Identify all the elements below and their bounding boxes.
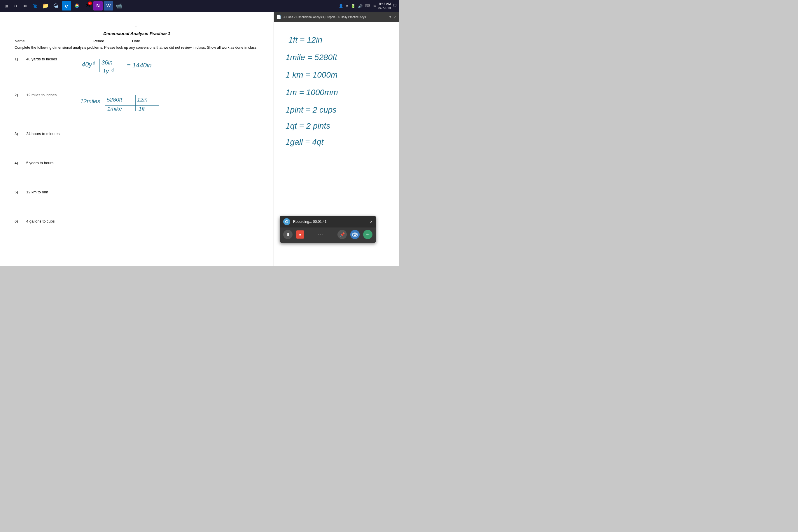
more-options-button[interactable]: ··· xyxy=(308,232,334,236)
taskbar: ⊞ ○ ⧉ 🛍 📁 🌤 e ✉ 46 N W 📹 👤 ∨ 🔋 � xyxy=(0,0,399,12)
recording-controls: ⏸ ■ ··· 📌 ✏ xyxy=(280,228,376,243)
svg-rect-27 xyxy=(286,221,288,223)
onenote-icon[interactable]: N xyxy=(93,1,103,11)
document-title: Dimensional Analysis Practice 1 xyxy=(15,31,259,36)
weather-icon[interactable]: 🌤 xyxy=(51,1,61,11)
notification-icon[interactable]: 🗨 xyxy=(393,3,397,8)
word-icon[interactable]: W xyxy=(104,1,113,11)
svg-text:1qt = 2 pints: 1qt = 2 pints xyxy=(286,121,330,130)
svg-text:1y: 1y xyxy=(103,68,109,74)
date-label: Date xyxy=(132,39,140,43)
problem-2-text: 12 miles to inches xyxy=(26,92,73,97)
svg-text:1ft = 12in: 1ft = 12in xyxy=(288,35,322,44)
problem-4-text: 5 years to hours xyxy=(26,160,73,165)
svg-text:d: d xyxy=(93,60,95,65)
problem-5: 5) 12 km to mm xyxy=(15,189,259,207)
search-button[interactable]: ○ xyxy=(12,2,20,10)
windows-start-button[interactable]: ⊞ xyxy=(2,2,11,10)
problem-2-work: 12miles 5280ft 1mike 12in 1f xyxy=(73,92,259,119)
problem-3: 3) 24 hours to minutes xyxy=(15,131,259,149)
problem-5-num: 5) xyxy=(15,189,26,194)
battery-icon: 🔋 xyxy=(351,4,356,8)
period-label: Period xyxy=(93,39,104,43)
problem-6-num: 6) xyxy=(15,218,26,223)
chevron-icon[interactable]: ∨ xyxy=(346,4,348,8)
problem-5-text: 12 km to mm xyxy=(26,189,73,194)
system-icons: 👤 ∨ 🔋 🔊 ⌨ 🖥 xyxy=(339,4,377,8)
three-dots: ... xyxy=(15,23,259,28)
pause-button[interactable]: ⏸ xyxy=(283,230,292,239)
main-area: ... Dimensional Analysis Practice 1 Name… xyxy=(0,12,399,266)
recording-status-text: Recording... 00:01:41 xyxy=(293,220,367,224)
files-icon[interactable]: 📁 xyxy=(41,1,50,11)
name-label: Name xyxy=(15,39,25,43)
conversion-notes-svg: 1ft = 12in 1mile = 5280ft 1 km = 1000m 1… xyxy=(283,28,387,151)
svg-text:1pint = 2 cups: 1pint = 2 cups xyxy=(286,105,337,114)
doc-instructions: Complete the following dimensional analy… xyxy=(15,45,259,51)
clock-date: 8/7/2019 xyxy=(378,6,391,10)
page-thumbnail-icon: 📄 xyxy=(276,15,281,19)
nav-dropdown-icon[interactable]: ▾ xyxy=(390,15,391,19)
expand-button[interactable]: ⤢ xyxy=(394,15,397,19)
svg-text:1mike: 1mike xyxy=(107,106,122,112)
svg-text:1m = 1000mm: 1m = 1000mm xyxy=(286,88,338,97)
svg-point-29 xyxy=(354,234,356,236)
webcam-icon[interactable]: 📹 xyxy=(114,1,124,11)
clock[interactable]: 9:44 AM 8/7/2019 xyxy=(378,2,391,10)
edge-icon[interactable]: e xyxy=(62,1,71,11)
problem-1-handwriting: 40y d 36in 1y d = 1440in xyxy=(79,56,195,80)
problem-6: 6) 4 gallons to cups xyxy=(15,218,259,236)
taskbar-right: 👤 ∨ 🔋 🔊 ⌨ 🖥 9:44 AM 8/7/2019 🗨 xyxy=(339,2,397,10)
camera-button[interactable] xyxy=(350,230,360,239)
svg-text:1gall = 4qt: 1gall = 4qt xyxy=(286,137,324,147)
problem-4-num: 4) xyxy=(15,160,26,165)
svg-text:1ft: 1ft xyxy=(138,106,145,112)
problem-1-text: 40 yards to inches xyxy=(26,56,73,61)
problem-6-text: 4 gallons to cups xyxy=(26,218,73,223)
svg-text:36in: 36in xyxy=(101,59,113,65)
volume-icon[interactable]: 🔊 xyxy=(358,4,363,8)
nav-bar: 📄 A1 Unit 2 Dimensional Analysis, Propor… xyxy=(274,12,399,22)
recording-close-button[interactable]: × xyxy=(370,219,373,224)
doc-name-line: Name Period Date xyxy=(15,39,259,43)
document-area: ... Dimensional Analysis Practice 1 Name… xyxy=(0,12,273,266)
svg-text:12miles: 12miles xyxy=(80,98,100,104)
recording-app-icon xyxy=(283,218,290,225)
recording-header: Recording... 00:01:41 × xyxy=(280,216,376,228)
pin-button[interactable]: 📌 xyxy=(338,230,347,239)
problem-1-work: 40y d 36in 1y d = 1440in xyxy=(73,56,259,80)
clock-time: 9:44 AM xyxy=(378,2,391,6)
network-icon: 🖥 xyxy=(373,4,377,8)
pen-button[interactable]: ✏ xyxy=(363,230,373,239)
recording-widget: Recording... 00:01:41 × ⏸ ■ ··· 📌 ✏ xyxy=(280,216,376,243)
svg-text:5280ft: 5280ft xyxy=(107,97,122,103)
right-panel: 📄 A1 Unit 2 Dimensional Analysis, Propor… xyxy=(273,12,399,266)
problem-3-text: 24 hours to minutes xyxy=(26,131,73,136)
svg-text:d: d xyxy=(111,68,114,72)
svg-text:1 km = 1000m: 1 km = 1000m xyxy=(286,70,338,79)
problem-1: 1) 40 yards to inches 40y d 36in 1y d xyxy=(15,56,259,80)
nav-title: A1 Unit 2 Dimensional Analysis, Proport.… xyxy=(284,16,387,19)
problem-3-num: 3) xyxy=(15,131,26,136)
problem-2-handwriting: 12miles 5280ft 1mike 12in 1f xyxy=(79,92,195,118)
mail-icon[interactable]: ✉ 46 xyxy=(83,1,92,11)
svg-text:1mile = 5280ft: 1mile = 5280ft xyxy=(286,53,338,62)
taskbar-left: ⊞ ○ ⧉ 🛍 📁 🌤 e ✉ 46 N W 📹 xyxy=(2,1,124,11)
svg-text:12in: 12in xyxy=(137,97,148,103)
problem-1-num: 1) xyxy=(15,56,26,61)
problem-2: 2) 12 miles to inches 12miles 5280ft 1mi… xyxy=(15,92,259,119)
chrome-icon[interactable] xyxy=(72,1,82,11)
task-view-button[interactable]: ⧉ xyxy=(21,2,29,10)
stop-button[interactable]: ■ xyxy=(296,230,304,239)
problem-2-num: 2) xyxy=(15,92,26,97)
svg-text:= 1440in: = 1440in xyxy=(127,61,152,69)
svg-text:40y: 40y xyxy=(82,61,93,68)
store-icon[interactable]: 🛍 xyxy=(30,1,40,11)
problem-4: 4) 5 years to hours xyxy=(15,160,259,178)
people-icon[interactable]: 👤 xyxy=(339,4,343,8)
keyboard-icon: ⌨ xyxy=(365,4,370,8)
